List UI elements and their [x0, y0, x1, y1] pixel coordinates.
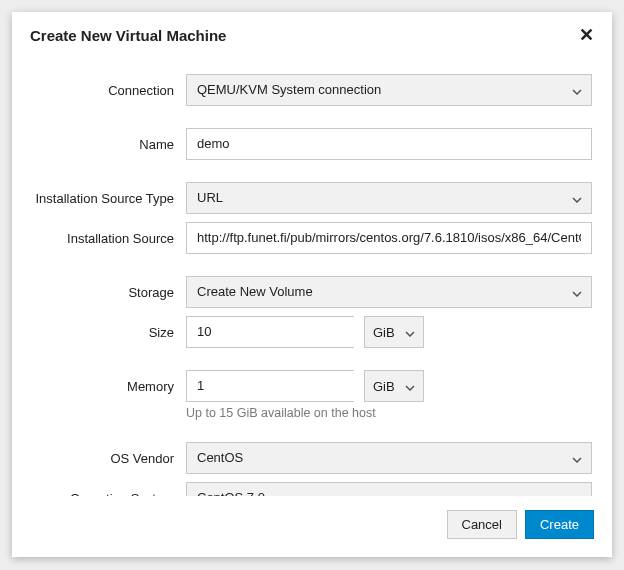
row-memory: Memory ▲ ▼ GiB [32, 370, 592, 402]
chevron-down-icon [405, 325, 415, 340]
memory-unit-select[interactable]: GiB [364, 370, 424, 402]
connection-select-value: QEMU/KVM System connection [186, 74, 592, 106]
row-connection: Connection QEMU/KVM System connection [32, 74, 592, 106]
label-connection: Connection [32, 83, 186, 98]
row-size: Size ▲ ▼ GiB [32, 316, 592, 348]
source-type-select[interactable]: URL [186, 182, 592, 214]
size-unit-value: GiB [373, 325, 395, 340]
row-name: Name [32, 128, 592, 160]
dialog-title: Create New Virtual Machine [30, 27, 226, 44]
dialog-body: Connection QEMU/KVM System connection Na… [12, 52, 612, 496]
label-os-vendor: OS Vendor [32, 451, 186, 466]
create-vm-dialog: Create New Virtual Machine ✕ Connection … [12, 12, 612, 557]
label-storage: Storage [32, 285, 186, 300]
os-select[interactable]: CentOS 7.0 [186, 482, 592, 496]
size-unit-select[interactable]: GiB [364, 316, 424, 348]
chevron-down-icon [405, 379, 415, 394]
row-storage: Storage Create New Volume [32, 276, 592, 308]
size-input[interactable] [187, 317, 375, 347]
memory-input[interactable] [187, 371, 375, 401]
memory-hint: Up to 15 GiB available on the host [186, 406, 376, 420]
dialog-footer: Cancel Create [12, 496, 612, 557]
storage-select-value: Create New Volume [186, 276, 592, 308]
label-source: Installation Source [32, 231, 186, 246]
memory-unit-value: GiB [373, 379, 395, 394]
row-memory-hint: Up to 15 GiB available on the host [32, 406, 592, 420]
dialog-header: Create New Virtual Machine ✕ [12, 12, 612, 52]
memory-stepper[interactable]: ▲ ▼ [186, 370, 354, 402]
row-source-type: Installation Source Type URL [32, 182, 592, 214]
row-os-vendor: OS Vendor CentOS [32, 442, 592, 474]
row-os: Operating System CentOS 7.0 [32, 482, 592, 496]
label-size: Size [32, 325, 186, 340]
close-icon[interactable]: ✕ [579, 26, 594, 44]
label-source-type: Installation Source Type [32, 191, 186, 206]
cancel-button[interactable]: Cancel [447, 510, 517, 539]
connection-select[interactable]: QEMU/KVM System connection [186, 74, 592, 106]
source-type-select-value: URL [186, 182, 592, 214]
name-input[interactable] [186, 128, 592, 160]
os-vendor-select-value: CentOS [186, 442, 592, 474]
os-select-value: CentOS 7.0 [186, 482, 592, 496]
size-stepper[interactable]: ▲ ▼ [186, 316, 354, 348]
os-vendor-select[interactable]: CentOS [186, 442, 592, 474]
storage-select[interactable]: Create New Volume [186, 276, 592, 308]
label-name: Name [32, 137, 186, 152]
label-memory: Memory [32, 379, 186, 394]
row-source: Installation Source [32, 222, 592, 254]
source-input[interactable] [186, 222, 592, 254]
create-button[interactable]: Create [525, 510, 594, 539]
